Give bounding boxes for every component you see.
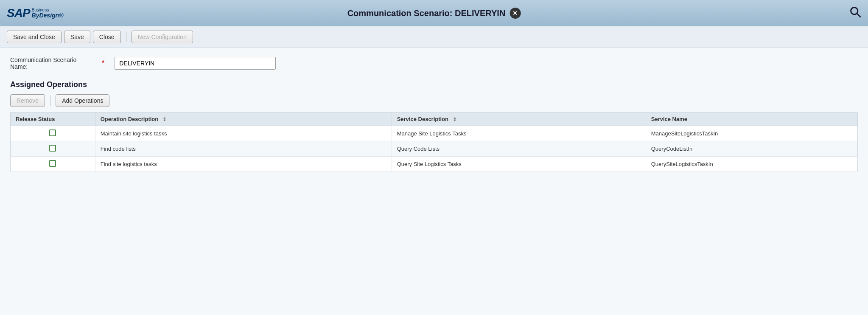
ops-toolbar-divider [50,96,50,106]
cell-release-status [11,126,95,141]
save-and-close-button[interactable]: Save and Close [7,31,62,43]
save-button[interactable]: Save [64,31,90,43]
close-button[interactable]: Close [93,31,121,43]
toolbar: Save and Close Save Close New Configurat… [0,26,868,48]
cell-service-description: Manage Site Logistics Tasks [392,126,646,141]
new-configuration-button[interactable]: New Configuration [132,31,193,43]
cell-service-description: Query Code Lists [392,141,646,157]
table-row: Maintain site logistics tasksManage Site… [11,126,858,141]
close-x-icon: ✕ [512,10,518,17]
scenario-name-input[interactable] [115,57,276,70]
col-header-operation-description: Operation Description ⇕ [95,112,392,126]
col-header-release-status: Release Status [11,112,95,126]
toolbar-divider [126,32,126,42]
svg-line-1 [857,14,860,17]
assigned-operations-title: Assigned Operations [10,80,858,89]
form-section: Communication ScenarioName: * [10,56,858,70]
cell-release-status [11,141,95,157]
scenario-name-label: Communication ScenarioName: [10,56,95,70]
cell-operation-description: Maintain site logistics tasks [95,126,392,141]
col-op-desc-label: Operation Description [101,116,159,122]
remove-button[interactable]: Remove [10,94,45,107]
cell-service-name: QuerySiteLogisticsTaskIn [646,157,857,172]
cell-release-status [11,157,95,172]
sap-logo-text: SAP [7,6,30,20]
op-desc-sort-icon[interactable]: ⇕ [162,117,166,122]
main-content: Communication ScenarioName: * Assigned O… [0,48,868,315]
header-close-button[interactable]: ✕ [510,8,521,19]
operations-table: Release Status Operation Description ⇕ S… [10,112,858,172]
operations-toolbar: Remove Add Operations [10,94,858,107]
header-title-text: Communication Scenario: DELIVERYIN [347,8,506,18]
col-release-status-label: Release Status [16,116,55,122]
search-button[interactable] [849,6,861,20]
table-header-row: Release Status Operation Description ⇕ S… [11,112,858,126]
col-header-service-name: Service Name [646,112,857,126]
cell-service-description: Query Site Logistics Tasks [392,157,646,172]
table-row: Find code listsQuery Code ListsQueryCode… [11,141,858,157]
cell-service-name: QueryCodeListIn [646,141,857,157]
svc-desc-sort-icon[interactable]: ⇕ [453,117,456,122]
add-operations-button[interactable]: Add Operations [56,94,109,107]
col-svc-desc-label: Service Description [397,116,448,122]
release-status-checkbox[interactable] [49,145,56,152]
release-status-checkbox[interactable] [49,160,56,167]
header-title: Communication Scenario: DELIVERYIN ✕ [347,8,521,19]
required-star: * [102,59,104,67]
sap-bydesign-label: ByDesign® [32,12,64,19]
logo: SAP Business ByDesign® [7,6,63,20]
assigned-operations-section: Assigned Operations Remove Add Operation… [10,80,858,172]
cell-operation-description: Find code lists [95,141,392,157]
app-header: SAP Business ByDesign® Communication Sce… [0,0,868,26]
table-row: Find site logistics tasksQuery Site Logi… [11,157,858,172]
sap-sub-text: Business ByDesign® [32,8,64,19]
col-svc-name-label: Service Name [651,116,687,122]
cell-operation-description: Find site logistics tasks [95,157,392,172]
cell-service-name: ManageSiteLogisticsTaskIn [646,126,857,141]
col-header-service-description: Service Description ⇕ [392,112,646,126]
release-status-checkbox[interactable] [49,129,56,136]
